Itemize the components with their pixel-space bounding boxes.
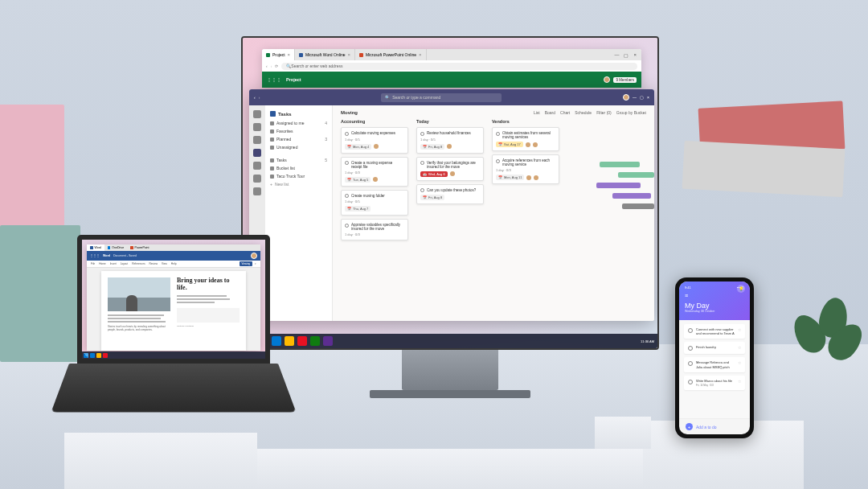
checkbox-icon[interactable] xyxy=(496,159,500,163)
avatar[interactable] xyxy=(623,94,629,101)
checkbox-icon[interactable] xyxy=(420,132,424,136)
browser-tab-project[interactable]: Project × xyxy=(262,49,295,60)
browser-tab-word[interactable]: Word xyxy=(87,244,104,251)
teams-icon[interactable] xyxy=(323,336,333,346)
explorer-icon[interactable] xyxy=(96,353,101,358)
todo-item[interactable]: Message Rebecca and Julia about MSBQ pit… xyxy=(684,357,745,372)
avatar[interactable] xyxy=(604,76,610,83)
app-launcher-icon[interactable]: ⋮⋮⋮ xyxy=(267,77,281,82)
mail-icon[interactable] xyxy=(103,353,108,358)
edge-icon[interactable] xyxy=(272,336,281,346)
edge-icon[interactable] xyxy=(90,353,95,358)
teams-icon[interactable] xyxy=(253,136,261,144)
tab-list[interactable]: List xyxy=(534,110,540,115)
task-card[interactable]: Acquire references from each moving serv… xyxy=(492,154,559,184)
todo-item[interactable]: Finish laundry☆ xyxy=(684,342,745,354)
menu-review[interactable]: Review xyxy=(149,262,158,265)
sidebar-item-unassigned[interactable]: Unassigned xyxy=(265,143,332,151)
refresh-icon[interactable]: ⟳ xyxy=(275,64,278,68)
checkbox-icon[interactable] xyxy=(688,380,693,384)
todo-list[interactable]: Connect with new supplier and recommend … xyxy=(679,320,750,418)
viewing-button[interactable]: Viewing xyxy=(240,261,252,266)
task-card[interactable]: Can you update these photos?📅 Fri, Aug 8 xyxy=(416,184,484,205)
forward-icon[interactable]: › xyxy=(259,95,260,100)
todo-item[interactable]: Connect with new supplier and recommend … xyxy=(684,324,745,339)
browser-tab-word[interactable]: Microsoft Word Online × xyxy=(295,49,355,60)
sidebar-new-list[interactable]: +New list xyxy=(265,180,332,188)
sidebar-item-planned[interactable]: Planned3 xyxy=(265,135,332,143)
checkbox-icon[interactable] xyxy=(345,224,349,228)
excel-icon[interactable] xyxy=(310,336,320,346)
checkbox-icon[interactable] xyxy=(688,361,693,366)
star-icon[interactable]: ☆ xyxy=(738,360,741,365)
task-card[interactable]: Calculate moving expenses1 day · 0/5📅 Mo… xyxy=(341,127,408,154)
checkbox-icon[interactable] xyxy=(688,346,693,351)
task-card[interactable]: Review household finances1 day · 0/5📅 Fr… xyxy=(416,127,484,154)
menu-home[interactable]: Home xyxy=(99,262,106,265)
close-icon[interactable]: × xyxy=(647,95,649,100)
maximize-icon[interactable]: ▢ xyxy=(640,95,644,100)
maximize-icon[interactable]: ▢ xyxy=(624,52,628,58)
chat-icon[interactable] xyxy=(253,123,261,131)
task-card[interactable]: Create moving folder1 day · 0/5📅 Thu, Au… xyxy=(341,190,408,216)
checkbox-icon[interactable] xyxy=(345,161,349,165)
activity-icon[interactable] xyxy=(253,110,261,118)
avatar[interactable] xyxy=(251,253,257,259)
menu-file[interactable]: File xyxy=(91,262,95,265)
star-icon[interactable]: ☆ xyxy=(738,327,741,332)
board-filter[interactable]: Filter (0) xyxy=(596,110,612,115)
app-launcher-icon[interactable]: ⋮⋮⋮ xyxy=(90,254,100,257)
minimize-icon[interactable]: — xyxy=(614,52,619,58)
menu-view[interactable]: View xyxy=(162,262,167,265)
add-todo-button[interactable]: + Add a to do xyxy=(679,418,750,434)
browser-tab-powerpoint[interactable]: Microsoft PowerPoint Online × xyxy=(355,49,427,60)
document-canvas[interactable]: Stories touch our hearts by revealing so… xyxy=(87,268,260,351)
close-icon[interactable]: × xyxy=(419,52,422,57)
tab-schedule[interactable]: Schedule xyxy=(575,110,592,115)
sidebar-item-bucket[interactable]: Bucket list xyxy=(265,164,332,172)
taskbar-clock[interactable]: 11:36 AM xyxy=(641,339,654,343)
menu-layout[interactable]: Layout xyxy=(121,262,129,265)
star-icon[interactable]: ☆ xyxy=(738,345,741,350)
sidebar-item-favorites[interactable]: Favorites xyxy=(265,127,332,135)
menu-help[interactable]: Help xyxy=(171,262,177,265)
sidebar-item-taco[interactable]: Taco Truck Tour xyxy=(265,172,332,180)
menu-references[interactable]: References xyxy=(132,262,145,265)
hamburger-icon[interactable]: ≡ xyxy=(685,293,688,298)
task-card[interactable]: Appraise valuables specifically insured … xyxy=(341,219,408,240)
calls-icon[interactable] xyxy=(253,175,261,183)
todo-item[interactable]: Write Marco about his fileFri, 14 May · … xyxy=(684,376,745,390)
checkbox-icon[interactable] xyxy=(420,161,424,165)
browser-tab-onedrive[interactable]: OneDrive xyxy=(104,244,127,251)
checkbox-icon[interactable] xyxy=(345,194,349,198)
tasks-rail-icon[interactable] xyxy=(253,149,261,157)
close-icon[interactable]: × xyxy=(347,52,350,57)
sidebar-item-tasks[interactable]: Tasks5 xyxy=(265,156,332,164)
mail-icon[interactable] xyxy=(297,336,307,346)
back-icon[interactable]: ‹ xyxy=(254,95,256,100)
start-button[interactable] xyxy=(84,353,88,358)
files-icon[interactable] xyxy=(253,187,261,195)
lightbulb-icon[interactable]: 💡 xyxy=(737,285,745,293)
star-icon[interactable]: ☆ xyxy=(738,379,741,384)
checkbox-icon[interactable] xyxy=(496,132,500,136)
checkbox-icon[interactable] xyxy=(345,132,349,136)
explorer-icon[interactable] xyxy=(285,336,294,346)
task-card[interactable]: Obtain estimates from several moving ser… xyxy=(492,127,559,151)
close-icon[interactable]: × xyxy=(633,52,637,58)
minimize-icon[interactable]: — xyxy=(633,95,637,100)
back-icon[interactable]: ‹ xyxy=(266,64,268,68)
close-icon[interactable]: × xyxy=(288,52,291,57)
calendar-icon[interactable] xyxy=(253,162,261,170)
address-input[interactable]: 🔍 Search or enter web address xyxy=(281,63,637,70)
tab-board[interactable]: Board xyxy=(545,110,555,115)
sidebar-item-assigned[interactable]: Assigned to me4 xyxy=(265,119,332,127)
task-card[interactable]: Verify that your belongings are insured … xyxy=(416,157,484,181)
task-card[interactable]: Create a moving expense receipt file1 da… xyxy=(341,157,408,187)
checkbox-icon[interactable] xyxy=(688,328,693,333)
board-group[interactable]: Group by Bucket xyxy=(616,110,646,115)
dropdown-icon[interactable]: ▾ xyxy=(255,262,256,265)
menu-insert[interactable]: Insert xyxy=(110,262,117,265)
search-input[interactable]: 🔍 Search or type a command xyxy=(381,93,502,102)
forward-icon[interactable]: › xyxy=(271,64,272,68)
